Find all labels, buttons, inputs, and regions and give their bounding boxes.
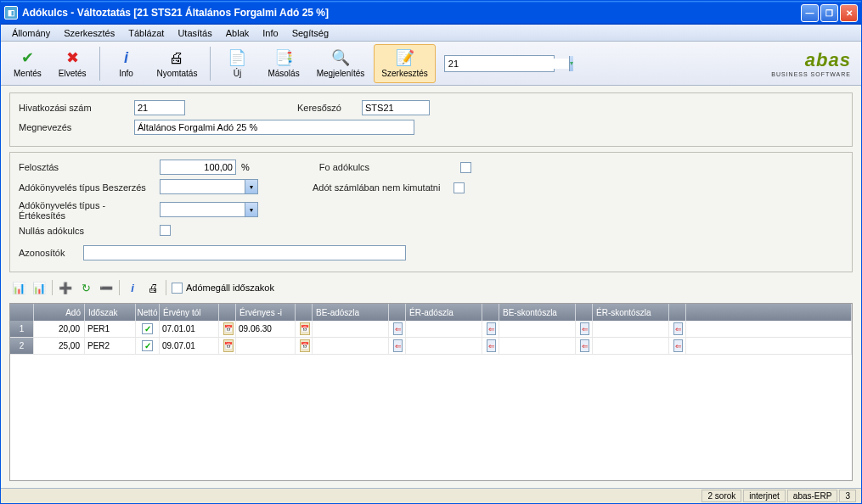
calendar-icon[interactable]: 📅 [300, 322, 310, 335]
ervenyesi-input[interactable] [239, 341, 292, 350]
idoszak-input[interactable] [87, 341, 132, 350]
table-row[interactable]: 2✓📅📅⇐⇐⇐⇐ [10, 338, 852, 355]
table-refresh-icon[interactable]: ↻ [78, 280, 93, 295]
calendar-icon[interactable]: 📅 [223, 322, 234, 335]
col-ado[interactable]: Adó [34, 304, 85, 321]
close-button[interactable]: ✕ [840, 4, 858, 22]
lookup-icon[interactable]: ⇐ [673, 322, 683, 335]
col-er-adoszla[interactable]: ÉR-adószla [406, 304, 482, 321]
lookup-icon[interactable]: ⇐ [487, 339, 496, 352]
nullas-checkbox[interactable] [160, 225, 171, 236]
chevron-down-icon[interactable]: ▾ [245, 179, 258, 194]
cell-ervenyesi[interactable] [236, 321, 296, 337]
print-button[interactable]: 🖨 Nyomtatás [149, 44, 206, 83]
cell-be-skontoszla[interactable] [499, 321, 576, 337]
record-selector[interactable]: ▾ [444, 55, 555, 72]
table-row[interactable]: 1✓📅📅⇐⇐⇐⇐ [10, 321, 852, 338]
adokbesz-input[interactable] [160, 179, 245, 194]
lookup-icon[interactable]: ⇐ [580, 339, 589, 352]
lookup-icon[interactable]: ⇐ [673, 339, 683, 352]
cell-be-adoszla[interactable] [313, 321, 389, 337]
fo-adokulcs-checkbox[interactable] [460, 162, 471, 173]
ervenytol-input[interactable] [162, 324, 216, 333]
col-be-adoszla[interactable]: BE-adószla [313, 304, 389, 321]
adot-szaml-checkbox[interactable] [454, 182, 465, 193]
be-skontoszla-input[interactable] [502, 341, 572, 350]
adomegall-toggle[interactable]: Adómegáll időszakok [172, 283, 274, 294]
cell-er-skontoszla[interactable] [593, 321, 669, 337]
new-button[interactable]: 📄 Új [216, 44, 258, 83]
cell-netto[interactable]: ✓ [136, 321, 160, 337]
printer-icon[interactable]: 🖨 [145, 280, 161, 295]
cell-er-adoszla[interactable] [406, 321, 482, 337]
azonositok-input[interactable] [83, 245, 406, 260]
menu-info[interactable]: Info [256, 26, 284, 40]
minimize-button[interactable]: — [801, 4, 819, 22]
table-add-icon[interactable]: ➕ [58, 280, 73, 295]
cell-er-adoszla[interactable] [406, 338, 482, 354]
be-adoszla-input[interactable] [315, 324, 386, 333]
netto-checkbox[interactable]: ✓ [142, 323, 153, 334]
col-er-skontoszla[interactable]: ÉR-skontószla [593, 304, 669, 321]
menu-ablak[interactable]: Ablak [220, 26, 256, 40]
cell-ervenytol[interactable] [160, 321, 219, 337]
cell-be-adoszla[interactable] [313, 338, 389, 354]
col-netto[interactable]: Nettó [136, 304, 160, 321]
cell-ado[interactable] [34, 321, 85, 337]
cell-ervenytol[interactable] [160, 338, 219, 354]
info-button[interactable]: i Info [105, 44, 148, 83]
record-selector-input[interactable] [445, 59, 569, 69]
col-idoszak[interactable]: Időszak [85, 304, 136, 321]
be-adoszla-input[interactable] [315, 341, 386, 350]
menu-utasitas[interactable]: Utasítás [172, 26, 217, 40]
ervenytol-input[interactable] [162, 341, 216, 350]
lookup-icon[interactable]: ⇐ [487, 322, 496, 335]
menu-segitseg[interactable]: Segítség [286, 26, 335, 40]
menu-szerkesztes[interactable]: Szerkesztés [58, 26, 121, 40]
netto-checkbox[interactable]: ✓ [142, 340, 153, 351]
cell-idoszak[interactable] [85, 321, 136, 337]
chevron-down-icon[interactable]: ▾ [569, 56, 573, 71]
idoszak-input[interactable] [87, 324, 132, 333]
col-rownum[interactable] [10, 304, 34, 321]
er-skontoszla-input[interactable] [595, 324, 666, 333]
cell-idoszak[interactable] [85, 338, 136, 354]
ervenyesi-input[interactable] [239, 324, 292, 333]
lookup-icon[interactable]: ⇐ [393, 322, 403, 335]
cell-er-skontoszla[interactable] [593, 338, 669, 354]
col-ervenytol[interactable]: Érvény tól [160, 304, 219, 321]
hivatk-input[interactable] [134, 100, 185, 115]
ado-input[interactable] [37, 341, 82, 350]
col-be-skontoszla[interactable]: BE-skontószla [499, 304, 576, 321]
adokbesz-combo[interactable]: ▾ [160, 179, 258, 196]
calendar-icon[interactable]: 📅 [300, 339, 310, 352]
discard-button[interactable]: ✖ Elvetés [51, 44, 94, 83]
lookup-icon[interactable]: ⇐ [580, 322, 589, 335]
grid-body[interactable]: 1✓📅📅⇐⇐⇐⇐2✓📅📅⇐⇐⇐⇐ [10, 321, 852, 480]
cell-netto[interactable]: ✓ [136, 338, 160, 354]
view-button[interactable]: 🔍 Megjelenítés [309, 44, 373, 83]
copy-button[interactable]: 📑 Másolás [260, 44, 307, 83]
table-delete-icon[interactable]: ➖ [99, 280, 114, 295]
edit-button[interactable]: 📝 Szerkesztés [374, 44, 435, 83]
adomegall-checkbox[interactable] [172, 283, 183, 294]
felosztas-input[interactable] [160, 160, 236, 175]
er-adoszla-input[interactable] [408, 341, 479, 350]
megnevezes-input[interactable] [134, 120, 414, 135]
menu-tablazat[interactable]: Táblázat [122, 26, 170, 40]
adokert-input[interactable] [160, 202, 245, 217]
col-ervenyesi[interactable]: Érvényes -i [236, 304, 296, 321]
save-button[interactable]: ✔ Mentés [6, 44, 49, 83]
chevron-down-icon[interactable]: ▾ [245, 202, 258, 217]
maximize-button[interactable]: ❐ [820, 4, 838, 22]
info-icon[interactable]: i [125, 280, 140, 295]
cell-ado[interactable] [34, 338, 85, 354]
cell-ervenyesi[interactable] [236, 338, 296, 354]
er-adoszla-input[interactable] [408, 324, 479, 333]
cell-be-skontoszla[interactable] [499, 338, 576, 354]
lookup-icon[interactable]: ⇐ [393, 339, 403, 352]
ado-input[interactable] [37, 324, 82, 333]
be-skontoszla-input[interactable] [502, 324, 572, 333]
menu-allomany[interactable]: Állomány [6, 26, 56, 40]
adokert-combo[interactable]: ▾ [160, 202, 258, 219]
